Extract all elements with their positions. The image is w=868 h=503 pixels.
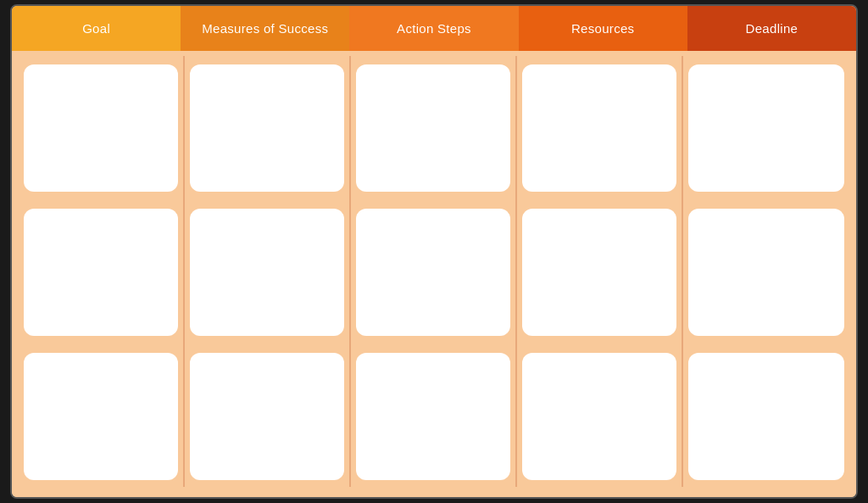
cell-deadline-1[interactable] [688,64,844,192]
column-resources [517,56,683,487]
cell-measures-2[interactable] [190,209,344,336]
cell-goal-2[interactable] [24,209,178,336]
column-action [351,56,517,487]
header-action: Action Steps [349,6,518,51]
cell-deadline-3[interactable] [688,353,844,480]
cell-resources-3[interactable] [522,353,676,480]
header-measures: Measures of Success [181,6,349,51]
cell-resources-2[interactable] [522,209,676,336]
header-resources: Resources [519,6,687,51]
header-goal: Goal [12,6,181,51]
header-deadline: Deadline [687,6,856,51]
cell-measures-1[interactable] [190,64,344,192]
header-row: Goal Measures of Success Action Steps Re… [12,6,856,51]
cell-action-1[interactable] [356,64,510,192]
cell-goal-1[interactable] [24,64,178,192]
cell-action-2[interactable] [356,209,510,336]
cell-action-3[interactable] [356,353,510,480]
column-goal [19,56,185,487]
main-table: Goal Measures of Success Action Steps Re… [10,4,858,499]
cell-goal-3[interactable] [24,353,178,480]
cell-measures-3[interactable] [190,353,344,480]
column-deadline [683,56,849,487]
cell-resources-1[interactable] [522,64,676,192]
grid-body [12,56,856,497]
cell-deadline-2[interactable] [688,209,844,336]
column-measures [185,56,351,487]
